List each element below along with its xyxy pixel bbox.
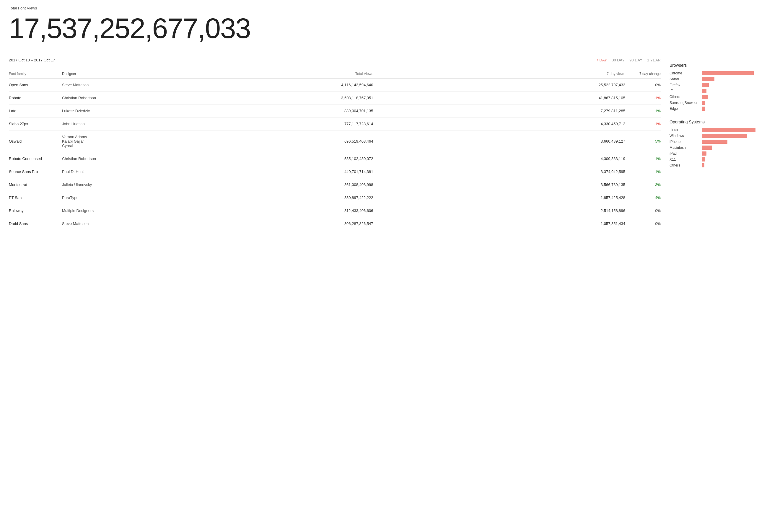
os-section: Operating Systems Linux Windows iPhone M… xyxy=(670,120,758,167)
cell-font: Oswald xyxy=(9,139,62,143)
browser-bar-track xyxy=(702,95,758,99)
cell-font: Raleway xyxy=(9,208,62,213)
table-header: Font family Designer Total Views 7 day v… xyxy=(9,69,661,79)
cell-change: 1% xyxy=(631,109,661,113)
cell-7day: 25,522,797,433 xyxy=(379,83,631,87)
browser-bar-fill xyxy=(702,71,754,75)
time-filters: 7 DAY 30 DAY 90 DAY 1 YEAR xyxy=(596,58,661,62)
browser-bar-fill xyxy=(702,77,714,81)
table-row: Montserrat Julieta Ulanovsky 361,008,408… xyxy=(9,178,661,191)
browser-bar-fill xyxy=(702,95,708,99)
filter-90day[interactable]: 90 DAY xyxy=(629,58,642,62)
browser-bar-fill xyxy=(702,89,706,93)
browser-bar-label: IE xyxy=(670,89,702,93)
table-row: Slabo 27px John Hudson 777,117,728,614 4… xyxy=(9,118,661,130)
cell-font: Source Sans Pro xyxy=(9,169,62,174)
browser-bar-label: SamsungBrowser xyxy=(670,101,702,105)
date-range-row: 2017 Oct 10 – 2017 Oct 17 7 DAY 30 DAY 9… xyxy=(9,58,661,62)
cell-change: -1% xyxy=(631,96,661,100)
cell-font: Montserrat xyxy=(9,182,62,187)
os-title: Operating Systems xyxy=(670,120,758,124)
browser-bar-item: IE xyxy=(670,89,758,93)
cell-7day: 4,330,459,712 xyxy=(379,122,631,126)
filter-1year[interactable]: 1 YEAR xyxy=(647,58,661,62)
os-bar-fill xyxy=(702,157,705,161)
browser-bar-track xyxy=(702,71,758,75)
cell-total: 4,116,143,594,640 xyxy=(127,83,379,87)
os-bar-label: Others xyxy=(670,163,702,167)
table-row: Roboto Condensed Christian Robertson 535… xyxy=(9,152,661,165)
left-panel: 2017 Oct 10 – 2017 Oct 17 7 DAY 30 DAY 9… xyxy=(9,58,661,230)
browser-section: Browsers Chrome Safari Firefox IE Others… xyxy=(670,63,758,111)
browser-bar-item: Safari xyxy=(670,77,758,81)
os-bar-fill xyxy=(702,128,755,132)
header-total-views: Total Views xyxy=(127,72,379,76)
cell-change: -1% xyxy=(631,122,661,126)
cell-font: Roboto Condensed xyxy=(9,156,62,161)
cell-change: 3% xyxy=(631,182,661,187)
filter-7day[interactable]: 7 DAY xyxy=(596,58,607,62)
cell-font: PT Sans xyxy=(9,195,62,200)
os-bar-track xyxy=(702,140,758,144)
os-bar-fill xyxy=(702,146,712,150)
os-bar-item: Linux xyxy=(670,128,758,132)
browser-bar-item: Chrome xyxy=(670,71,758,75)
browser-bar-label: Firefox xyxy=(670,83,702,87)
cell-total: 696,519,403,464 xyxy=(127,139,379,143)
cell-change: 1% xyxy=(631,169,661,174)
browser-bar-item: Edge xyxy=(670,107,758,111)
right-panel: Browsers Chrome Safari Firefox IE Others… xyxy=(670,58,758,230)
os-bar-fill xyxy=(702,134,747,138)
table-row: PT Sans ParaType 330,897,422,222 1,857,4… xyxy=(9,191,661,204)
browser-bar-track xyxy=(702,101,758,105)
os-bar-fill xyxy=(702,151,706,156)
cell-designer: Julieta Ulanovsky xyxy=(62,182,127,187)
cell-total: 3,508,118,767,351 xyxy=(127,96,379,100)
browser-bar-label: Others xyxy=(670,95,702,99)
header-designer: Designer xyxy=(62,72,127,76)
cell-change: 0% xyxy=(631,83,661,87)
cell-7day: 3,566,789,135 xyxy=(379,182,631,187)
browser-bars: Chrome Safari Firefox IE Others SamsungB… xyxy=(670,71,758,111)
total-number: 17,537,252,677,033 xyxy=(9,13,758,44)
os-bar-track xyxy=(702,151,758,156)
os-bar-item: iPhone xyxy=(670,140,758,144)
cell-total: 312,433,406,606 xyxy=(127,208,379,213)
cell-7day: 41,867,815,105 xyxy=(379,96,631,100)
cell-designer: ParaType xyxy=(62,195,127,200)
cell-total: 440,701,714,381 xyxy=(127,169,379,174)
os-bar-item: iPad xyxy=(670,151,758,156)
table-row: Roboto Christian Robertson 3,508,118,767… xyxy=(9,92,661,105)
browser-bar-fill xyxy=(702,101,705,105)
cell-designer: Łukasz Dziedzic xyxy=(62,109,127,113)
os-bar-label: Windows xyxy=(670,134,702,138)
os-bar-fill xyxy=(702,140,727,144)
os-bar-label: Macintosh xyxy=(670,146,702,150)
cell-7day: 7,279,811,285 xyxy=(379,109,631,113)
cell-designer: Christian Robertson xyxy=(62,96,127,100)
cell-designer: Steve Matteson xyxy=(62,221,127,226)
os-bar-item: Windows xyxy=(670,134,758,138)
os-bar-label: iPhone xyxy=(670,140,702,144)
cell-change: 4% xyxy=(631,195,661,200)
cell-font: Lato xyxy=(9,109,62,113)
browser-bar-item: Others xyxy=(670,95,758,99)
cell-7day: 1,857,425,428 xyxy=(379,195,631,200)
header-font-family: Font family xyxy=(9,72,62,76)
cell-change: 5% xyxy=(631,139,661,143)
os-bar-label: iPad xyxy=(670,151,702,156)
cell-designer: Christian Robertson xyxy=(62,156,127,161)
date-range: 2017 Oct 10 – 2017 Oct 17 xyxy=(9,58,55,62)
table-row: Open Sans Steve Matteson 4,116,143,594,6… xyxy=(9,79,661,92)
cell-change: 0% xyxy=(631,208,661,213)
cell-7day: 3,374,942,595 xyxy=(379,169,631,174)
browser-bar-fill xyxy=(702,107,705,111)
total-label: Total Font Views xyxy=(9,6,758,10)
os-bar-track xyxy=(702,157,758,161)
os-bar-label: Linux xyxy=(670,128,702,132)
filter-30day[interactable]: 30 DAY xyxy=(612,58,625,62)
cell-designer: Steve Matteson xyxy=(62,83,127,87)
os-bars: Linux Windows iPhone Macintosh iPad X11 … xyxy=(670,128,758,167)
cell-designer: Paul D. Hunt xyxy=(62,169,127,174)
browser-bar-label: Safari xyxy=(670,77,702,81)
